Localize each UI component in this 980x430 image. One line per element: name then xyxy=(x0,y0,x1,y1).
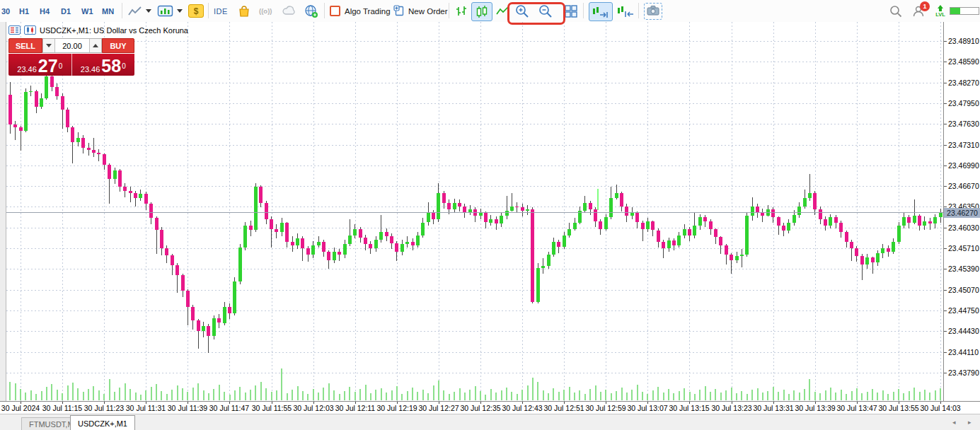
search-button[interactable] xyxy=(889,0,903,22)
time-axis-label: 30 Jul 13:15 xyxy=(669,404,709,412)
candle xyxy=(13,121,17,140)
buy-price-big: 58 xyxy=(101,59,121,74)
market-watch-dollar-button[interactable]: $ xyxy=(188,0,204,22)
screenshot-button[interactable] xyxy=(644,0,662,22)
buy-button[interactable]: BUY xyxy=(102,38,134,53)
quotes-list-icon[interactable] xyxy=(8,25,21,35)
candle xyxy=(495,216,498,229)
candle xyxy=(536,263,540,303)
candle xyxy=(599,219,602,235)
price-axis-label: 23.48270 xyxy=(948,79,979,87)
buy-price[interactable]: 23.46580 xyxy=(72,54,135,76)
timeframe-button-30[interactable]: 30 xyxy=(1,0,10,22)
candle xyxy=(55,83,59,100)
candle xyxy=(881,244,884,258)
chevron-down-icon xyxy=(177,9,183,13)
sell-price[interactable]: 23.46270 xyxy=(8,54,72,76)
mini-candles-icon[interactable] xyxy=(24,25,36,35)
algo-trading-button[interactable]: Algo Trading xyxy=(330,0,391,22)
timeframe-button-d1[interactable]: D1 xyxy=(61,0,71,22)
zoom-in-button[interactable] xyxy=(514,0,531,22)
time-axis[interactable]: 30 Jul 202430 Jul 11:1530 Jul 11:2330 Ju… xyxy=(0,401,980,414)
candle xyxy=(437,183,440,222)
candle xyxy=(228,303,231,319)
candle xyxy=(777,216,780,235)
sell-price-small: 23.46 xyxy=(17,65,37,74)
candle xyxy=(473,207,477,221)
candle xyxy=(604,214,608,231)
price-axis[interactable]: 23.46270 23.4891023.4859023.4827023.4795… xyxy=(943,22,980,401)
sell-button[interactable]: SELL xyxy=(8,38,42,53)
cloud-button[interactable] xyxy=(282,0,297,22)
time-axis-label: 30 Jul 12:19 xyxy=(376,404,417,412)
candle xyxy=(223,302,226,325)
timeframe-button-h1[interactable]: H1 xyxy=(19,0,29,22)
timeframe-button-mn[interactable]: MN xyxy=(102,0,114,22)
tab-scroll-left-button[interactable]: ◂ xyxy=(952,419,956,426)
candle xyxy=(249,221,253,236)
signals-button[interactable]: ((o)) xyxy=(259,0,272,22)
candlestick-chart[interactable] xyxy=(6,22,943,401)
buy-label: BUY xyxy=(110,42,126,50)
new-order-button[interactable]: New Order xyxy=(393,0,448,22)
price-axis-label: 23.45070 xyxy=(948,286,979,294)
candle xyxy=(745,213,749,257)
objects-button[interactable] xyxy=(157,0,183,22)
candle xyxy=(855,246,858,262)
time-axis-label: 30 Jul 12:11 xyxy=(335,404,375,412)
bar-chart-type-button[interactable] xyxy=(454,0,468,22)
candle xyxy=(813,191,817,216)
toolbar-separator xyxy=(208,3,209,18)
candle xyxy=(667,238,671,252)
candle xyxy=(829,214,832,228)
candle xyxy=(735,252,739,264)
profile-button[interactable]: 1 xyxy=(911,0,926,22)
price-axis-tick xyxy=(944,186,947,187)
candle xyxy=(92,138,96,158)
volume-input[interactable]: 20.00 xyxy=(55,39,89,52)
chart-shift-button[interactable] xyxy=(614,0,637,22)
price-axis-tick xyxy=(944,83,947,83)
candle xyxy=(589,201,592,215)
zoom-out-button[interactable] xyxy=(537,0,554,22)
auto-scroll-button[interactable] xyxy=(589,2,613,21)
chart-tab-usdczk-m1[interactable]: USDCZK+,M1 xyxy=(70,415,135,430)
candle xyxy=(839,221,843,238)
time-axis-label: 30 Jul 12:27 xyxy=(418,404,459,412)
candle xyxy=(322,240,325,257)
candle xyxy=(871,257,875,274)
candle xyxy=(725,244,728,265)
candle xyxy=(547,252,550,269)
volume-decrease-button[interactable] xyxy=(42,39,55,52)
tab-scroll-right-button[interactable]: ▸ xyxy=(968,419,972,426)
price-axis-label: 23.45710 xyxy=(948,244,979,252)
candle xyxy=(233,277,236,315)
timeframe-button-h4[interactable]: H4 xyxy=(40,0,50,22)
tile-windows-icon xyxy=(563,4,579,19)
price-axis-label: 23.48590 xyxy=(948,57,979,66)
candle xyxy=(139,190,142,202)
line-chart-type-button[interactable] xyxy=(495,0,509,22)
candle xyxy=(327,250,330,269)
candle xyxy=(285,222,289,248)
price-axis-label: 23.46030 xyxy=(948,223,979,232)
candle xyxy=(860,254,864,280)
community-button[interactable] xyxy=(304,0,318,22)
chart-area[interactable]: USDCZK+,M1: US Dollar vs Czech Koruna SE… xyxy=(6,22,943,401)
new-order-label: New Order xyxy=(408,7,448,16)
volume-increase-button[interactable] xyxy=(89,39,102,52)
price-axis-tick xyxy=(944,41,947,42)
price-axis-tick xyxy=(944,145,947,146)
candle xyxy=(620,192,623,211)
indicators-button[interactable] xyxy=(127,0,151,22)
tile-windows-button[interactable] xyxy=(563,0,579,22)
candle xyxy=(834,215,838,228)
candle xyxy=(118,169,122,192)
candle xyxy=(19,126,23,151)
price-axis-tick xyxy=(944,352,947,353)
candlestick-chart-type-button[interactable] xyxy=(471,2,492,21)
timeframe-button-w1[interactable]: W1 xyxy=(81,0,93,22)
market-store-button[interactable] xyxy=(238,0,250,22)
ide-button[interactable]: IDE xyxy=(214,0,228,22)
level-indicator[interactable]: LVL xyxy=(935,0,945,22)
